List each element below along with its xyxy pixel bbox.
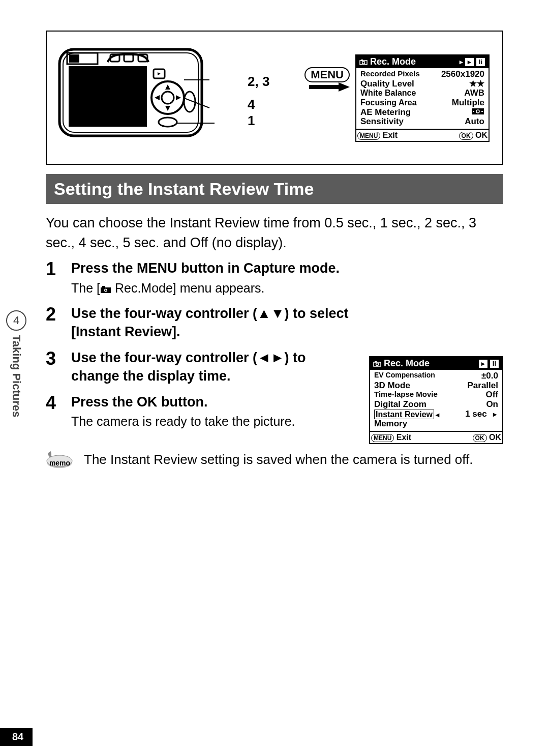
step-1-num: 1 — [46, 259, 66, 279]
metering-icon — [471, 108, 484, 115]
ok-pill-1: OK — [459, 132, 473, 140]
camera-illustration — [57, 42, 220, 143]
page-number: 84 — [0, 728, 33, 746]
camera-icon — [359, 59, 368, 65]
memo-icon: memo — [46, 450, 74, 467]
intro-text: You can choose the Instant Review time f… — [46, 213, 503, 253]
chapter-title: Taking Pictures — [10, 335, 23, 417]
rm1-row4-value — [471, 108, 484, 118]
svg-point-32 — [376, 363, 379, 366]
rm1-row4-label: AE Metering — [360, 108, 411, 118]
rm1-row3-label: Focusing Area — [360, 98, 417, 108]
diagram-label-23: 2, 3 — [248, 74, 269, 90]
svg-point-11 — [159, 118, 177, 127]
tab-play-icon: ▸ — [465, 57, 474, 67]
rm1-row1-value: ★★ — [469, 79, 484, 89]
exit-label-2: Exit — [396, 433, 411, 442]
tab-tools-icon: Ii — [476, 57, 485, 67]
svg-point-21 — [362, 62, 365, 64]
svg-marker-14 — [158, 72, 161, 75]
page-title: Setting the Instant Review Time — [46, 174, 503, 204]
chevron-left-icon: ◄ — [434, 411, 441, 419]
tab-play-icon: ▸ — [478, 359, 488, 368]
svg-rect-2 — [70, 67, 146, 126]
ok-label-2: OK — [489, 433, 501, 442]
ok-pill-2: OK — [473, 434, 487, 442]
chapter-number: 4 — [6, 310, 26, 331]
rm2-row3-value: On — [486, 400, 498, 410]
rm1-row2-label: White Balance — [360, 89, 416, 98]
step-2-num: 2 — [46, 304, 66, 325]
rm2-row1-value: Parallel — [468, 381, 499, 391]
rm2-row4-value: 1 sec — [465, 409, 487, 419]
step-2-head: Use the four-way controller (▲▼) to sele… — [71, 304, 356, 341]
step-3-num: 3 — [46, 348, 66, 369]
rm1-row2-value: AWB — [464, 89, 484, 98]
recmode-screen-2: Rec. Mode ▸ Ii EV Compensation±0.0 3D Mo… — [369, 356, 503, 444]
side-chapter-label: 4 Taking Pictures — [5, 310, 27, 417]
recmode1-title: Rec. Mode — [370, 56, 416, 67]
rm1-row3-value: Multiple — [452, 98, 484, 108]
svg-rect-30 — [102, 286, 105, 288]
rm2-row4-label: Instant Review — [374, 410, 434, 420]
svg-point-29 — [105, 289, 106, 291]
tab-arrow-icon: ▸ — [460, 58, 463, 66]
menu-pill-2: MENU — [371, 434, 394, 442]
rm1-row5-label: Sensitivity — [360, 117, 404, 127]
svg-rect-18 — [309, 85, 340, 89]
rm2-row2-value: Off — [485, 390, 498, 400]
svg-rect-25 — [473, 111, 474, 112]
exit-label-1: Exit — [383, 131, 398, 139]
rm1-row0-label: Recorded Pixels — [360, 70, 420, 79]
ok-label-1: OK — [475, 131, 487, 139]
svg-point-10 — [162, 92, 174, 104]
rm2-row0-label: EV Compensation — [374, 371, 435, 381]
rm1-row0-value: 2560x1920 — [441, 70, 484, 79]
chevron-right-icon: ► — [492, 411, 498, 418]
arrow-right-icon — [309, 82, 350, 92]
menu-button-label: MENU — [304, 67, 350, 82]
rm2-row0-value: ±0.0 — [481, 371, 498, 381]
svg-marker-19 — [339, 82, 350, 92]
rm1-row1-label: Quality Level — [360, 79, 414, 89]
rm2-row5-label: Memory — [374, 419, 407, 429]
rm2-row2-label: Time-lapse Movie — [374, 390, 438, 400]
memo-text: The Instant Review setting is saved when… — [84, 450, 473, 469]
diagram-box: 2, 3 4 1 MENU Rec. Mode ▸ ▸ Ii Recorded … — [46, 31, 503, 165]
camera-icon — [373, 361, 381, 367]
menu-pill: MENU — [357, 132, 380, 140]
diagram-label-1: 1 — [248, 113, 255, 129]
diagram-label-4: 4 — [248, 97, 255, 112]
camera-icon — [100, 285, 111, 294]
rm2-row1-label: 3D Mode — [374, 381, 410, 391]
step-4-num: 4 — [46, 393, 66, 413]
step-1-head: Press the MENU button in Capture mode. — [71, 259, 356, 277]
svg-rect-22 — [361, 60, 363, 61]
tab-tools-icon: Ii — [490, 359, 499, 368]
rm2-row3-label: Digital Zoom — [374, 400, 426, 410]
svg-rect-33 — [375, 361, 377, 363]
recmode-screen-1: Rec. Mode ▸ ▸ Ii Recorded Pixels2560x192… — [355, 54, 490, 142]
svg-rect-7 — [124, 54, 133, 62]
rm1-row5-value: Auto — [465, 117, 484, 127]
svg-rect-5 — [69, 54, 79, 63]
svg-rect-26 — [481, 111, 483, 112]
step-1-sub: The [ Rec.Mode] menu appears. — [71, 279, 356, 297]
recmode2-title: Rec. Mode — [384, 358, 430, 368]
step-3-head: Use the four-way controller (◄►) to chan… — [71, 348, 356, 386]
svg-line-16 — [183, 98, 209, 108]
